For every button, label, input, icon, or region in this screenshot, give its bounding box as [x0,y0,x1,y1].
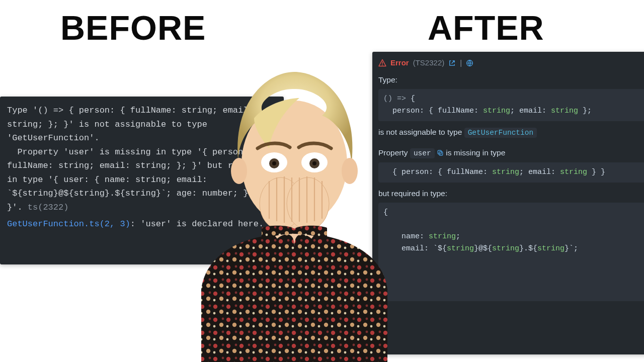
svg-rect-4 [438,150,441,154]
copy-icon[interactable] [437,149,444,156]
separator: | [460,57,462,69]
open-external-icon[interactable] [448,59,456,67]
svg-point-1 [382,64,383,65]
svg-point-13 [342,158,358,184]
error-code: (TS2322) [413,57,445,69]
svg-point-21 [287,177,329,230]
required-type-box: { name: string; email: `${string}@${stri… [378,203,644,301]
heading-before: BEFORE [60,8,206,47]
globe-icon[interactable] [466,59,473,67]
property-line: Property user is missing in type [378,147,644,159]
type-label: Type: [378,74,644,86]
warning-icon [378,59,386,67]
error-label: Error [390,57,409,69]
person-foreground [186,68,403,362]
svg-point-19 [312,161,316,165]
svg-point-18 [272,161,276,165]
but-required-line: but required in type: [378,188,644,200]
target-type-chip[interactable]: GetUserFunction [464,128,537,138]
property-chip: user [410,148,435,158]
error-header: Error (TS2322) | [378,57,644,69]
svg-rect-3 [439,152,443,155]
missing-type-box: { person: { fullName: string; email: str… [378,162,644,183]
error-code: ts(2322) [28,203,69,212]
after-tooltip-panel: Error (TS2322) | Type: () => { person: {… [372,52,644,354]
heading-after: AFTER [428,8,544,47]
source-location-link[interactable]: GetUserFunction.ts(2, 3) [7,219,130,229]
svg-point-12 [231,158,247,184]
source-type-box: () => { person: { fullName: string; emai… [378,89,644,121]
assignable-line: is not assignable to type GetUserFunctio… [378,126,644,139]
